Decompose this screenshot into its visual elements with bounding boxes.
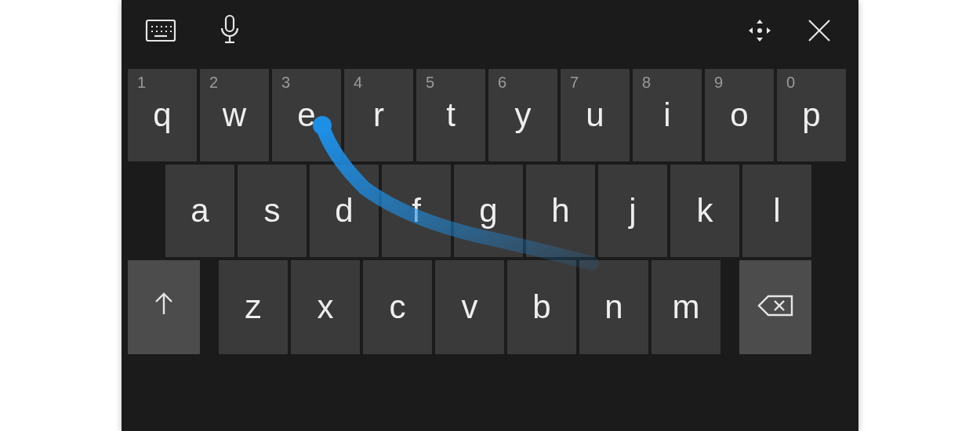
backspace-icon	[757, 288, 793, 326]
key-s[interactable]: s	[238, 165, 307, 257]
key-g[interactable]: g	[454, 165, 523, 257]
backspace-key[interactable]	[739, 260, 811, 354]
key-v[interactable]: v	[435, 260, 504, 354]
keyboard-layout-icon[interactable]	[142, 12, 180, 49]
move-handle-icon[interactable]	[741, 12, 779, 49]
svg-point-15	[757, 28, 762, 33]
key-b[interactable]: b	[507, 260, 576, 354]
key-y[interactable]: 6y	[488, 69, 557, 161]
row-1: 1q 2w 3e 4r 5t 6y 7u 8i 9o 0p	[122, 69, 858, 161]
key-m[interactable]: m	[652, 260, 720, 354]
key-k[interactable]: k	[670, 165, 739, 257]
shift-key[interactable]	[128, 260, 200, 354]
close-icon[interactable]	[800, 12, 838, 49]
key-o[interactable]: 9o	[705, 69, 774, 161]
key-l[interactable]: l	[742, 165, 811, 257]
key-z[interactable]: z	[219, 260, 288, 354]
key-e[interactable]: 3e	[272, 69, 341, 161]
key-w[interactable]: 2w	[200, 69, 269, 161]
key-r[interactable]: 4r	[344, 69, 413, 161]
row-2: a s d f g h j k l	[122, 165, 858, 257]
key-u[interactable]: 7u	[561, 69, 630, 161]
key-c[interactable]: c	[363, 260, 432, 354]
key-q[interactable]: 1q	[128, 69, 197, 161]
key-t[interactable]: 5t	[416, 69, 485, 161]
key-d[interactable]: d	[310, 165, 379, 257]
key-i[interactable]: 8i	[633, 69, 702, 161]
row-3: z x c v b n m	[122, 260, 858, 354]
touch-keyboard: 1q 2w 3e 4r 5t 6y 7u 8i 9o 0p a s d f g …	[122, 0, 858, 431]
key-f[interactable]: f	[382, 165, 451, 257]
svg-rect-12	[226, 16, 234, 31]
key-x[interactable]: x	[291, 260, 360, 354]
key-h[interactable]: h	[526, 165, 595, 257]
key-j[interactable]: j	[598, 165, 667, 257]
microphone-icon[interactable]	[211, 12, 249, 49]
shift-icon	[151, 288, 177, 327]
keyboard-toolbar	[122, 0, 858, 61]
key-p[interactable]: 0p	[777, 69, 846, 161]
key-rows: 1q 2w 3e 4r 5t 6y 7u 8i 9o 0p a s d f g …	[122, 69, 858, 357]
key-n[interactable]: n	[579, 260, 648, 354]
key-a[interactable]: a	[165, 165, 234, 257]
